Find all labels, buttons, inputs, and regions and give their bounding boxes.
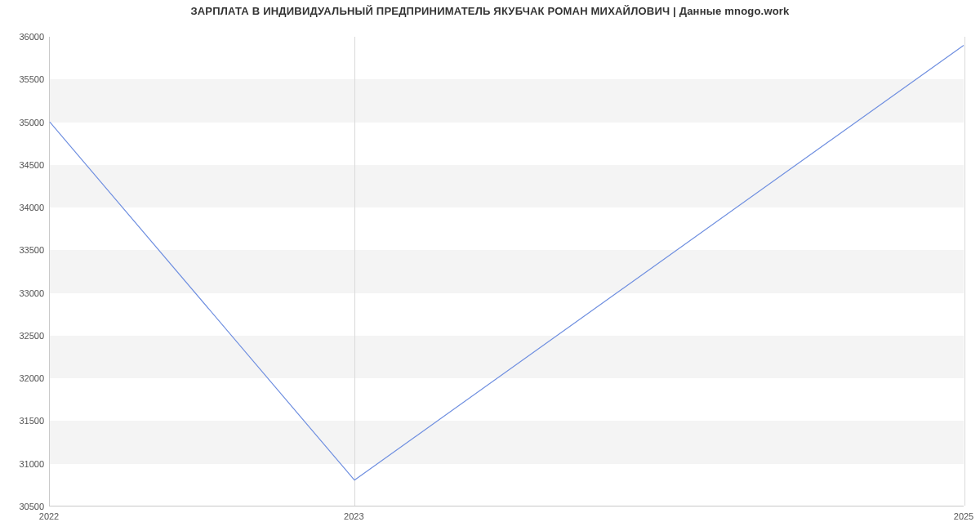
- plot-area: [49, 37, 964, 506]
- chart-title: ЗАРПЛАТА В ИНДИВИДУАЛЬНЫЙ ПРЕДПРИНИМАТЕЛ…: [0, 5, 980, 17]
- y-tick-label: 30500: [7, 502, 44, 511]
- y-tick-label: 31500: [7, 416, 44, 426]
- y-tick-label: 36000: [7, 32, 44, 42]
- y-tick-label: 34500: [7, 160, 44, 170]
- x-tick-label: 2022: [39, 511, 59, 521]
- y-tick-label: 34000: [7, 203, 44, 212]
- line-series: [50, 37, 964, 506]
- chart-container: ЗАРПЛАТА В ИНДИВИДУАЛЬНЫЙ ПРЕДПРИНИМАТЕЛ…: [0, 0, 980, 531]
- x-tick-label: 2025: [954, 511, 973, 521]
- x-gridline: [964, 37, 965, 506]
- y-tick-label: 32500: [7, 331, 44, 341]
- y-tick-label: 35000: [7, 118, 44, 127]
- y-tick-label: 31000: [7, 459, 44, 469]
- y-tick-label: 35500: [7, 74, 44, 84]
- x-tick-label: 2023: [344, 511, 363, 521]
- y-tick-label: 33000: [7, 288, 44, 298]
- y-tick-label: 33500: [7, 245, 44, 255]
- y-tick-label: 32000: [7, 373, 44, 383]
